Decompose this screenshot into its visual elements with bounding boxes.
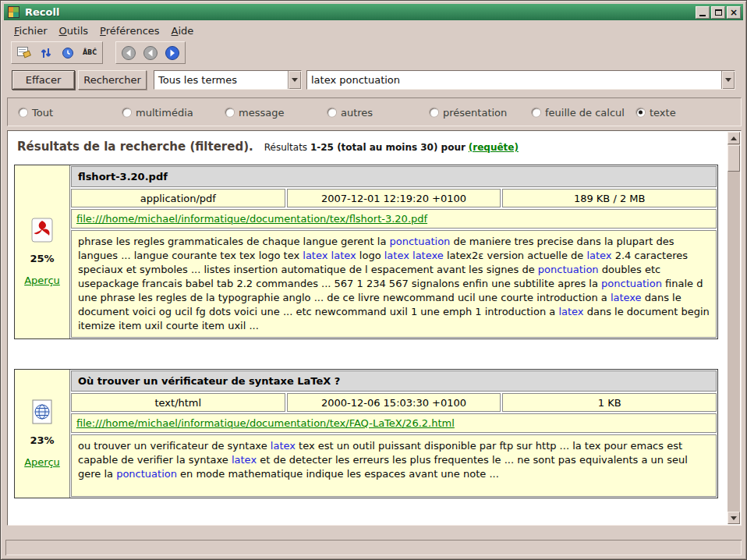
filter-tout[interactable]: Tout: [19, 106, 53, 118]
search-query-input[interactable]: [307, 71, 721, 89]
result-title: Où trouver un vérificateur de syntaxe La…: [71, 370, 717, 392]
sort-by-dates-button[interactable]: [36, 44, 56, 62]
results-heading: Résultats de la recherche (filtered).Rés…: [9, 138, 728, 154]
preview-link[interactable]: Aperçu: [24, 275, 60, 286]
category-filter-bar: Tout multimédia message autres présentat…: [7, 97, 742, 126]
scroll-down-button[interactable]: [728, 512, 740, 524]
results-panel: Résultats de la recherche (filtered).Rés…: [7, 130, 742, 526]
radio-icon: [532, 108, 540, 116]
title-bar[interactable]: Recoll ×: [4, 4, 743, 20]
radio-icon: [225, 108, 234, 116]
search-mode-select[interactable]: Tous les termes: [154, 70, 302, 90]
scroll-up-button[interactable]: [728, 132, 740, 144]
result-url-row: file:///home/michael/informatique/docume…: [71, 209, 717, 229]
highlighted-term: latexe: [611, 292, 642, 303]
toolbar-group-tools: ÂBĈ: [11, 41, 103, 64]
filter-presentation[interactable]: présentation: [430, 106, 507, 118]
result-url-link[interactable]: file:///home/michael/informatique/docume…: [76, 213, 427, 225]
result-item: 25% Aperçu flshort-3.20.pdf application/…: [14, 165, 718, 339]
menu-bar: Fichier Outils Préférences Aide: [4, 22, 743, 39]
close-icon: ×: [730, 8, 738, 17]
filter-autres[interactable]: autres: [327, 106, 373, 118]
maximize-icon: [715, 9, 722, 16]
toolbar: ÂBĈ: [4, 41, 743, 65]
menu-outils[interactable]: Outils: [55, 23, 96, 38]
document-history-button[interactable]: [58, 44, 78, 62]
results-list: Résultats de la recherche (filtered).Rés…: [9, 132, 728, 524]
previous-page-button[interactable]: [140, 44, 161, 62]
status-bar: [5, 540, 742, 555]
term-explorer-icon: ÂBĈ: [83, 49, 97, 56]
filter-message[interactable]: message: [225, 106, 284, 118]
result-body: flshort-3.20.pdf application/pdf 2007-12…: [70, 165, 717, 338]
result-url-link[interactable]: file:///home/michael/informatique/docume…: [76, 417, 455, 429]
next-page-button[interactable]: [162, 44, 182, 62]
clear-search-icon: [17, 47, 31, 59]
radio-icon: [430, 108, 438, 116]
search-mode-value: Tous les termes: [154, 71, 288, 89]
maximize-button[interactable]: [711, 6, 725, 19]
highlighted-term: latex: [586, 250, 611, 261]
radio-icon: [327, 108, 336, 116]
recoll-app-icon: [8, 6, 19, 18]
sort-by-dates-icon: [41, 47, 51, 59]
highlighted-term: latex: [558, 306, 583, 317]
term-explorer-button[interactable]: ÂBĈ: [80, 44, 100, 62]
search-mode-dropdown-button[interactable]: [288, 71, 301, 89]
result-side-panel: 23% Aperçu: [15, 370, 70, 498]
minimize-button[interactable]: [696, 6, 710, 19]
results-summary: Résultats 1-25 (total au moins 30) pour …: [264, 142, 519, 153]
result-size: 189 KB / 2 MB: [502, 189, 717, 207]
html-document-icon: [30, 399, 54, 424]
chevron-down-icon: [292, 78, 298, 82]
first-page-icon: [121, 45, 136, 61]
clear-button[interactable]: Effacer: [12, 70, 75, 90]
abstract-text: ou trouver un verificateur de syntaxe: [78, 440, 271, 452]
relevance-percent: 25%: [30, 253, 54, 264]
down-arrow-icon: [731, 516, 737, 520]
results-scrollbar[interactable]: [728, 132, 740, 524]
menu-aide[interactable]: Aide: [167, 23, 201, 38]
menu-preferences[interactable]: Préférences: [95, 23, 166, 38]
highlighted-term: ponctuation: [538, 264, 599, 275]
history-icon: [62, 47, 74, 59]
previous-page-icon: [143, 45, 158, 61]
result-item: 23% Aperçu Où trouver un vérificateur de…: [14, 369, 718, 498]
relevance-percent: 23%: [30, 434, 54, 446]
up-arrow-icon: [731, 136, 737, 140]
result-title: flshort-3.20.pdf: [71, 166, 717, 187]
close-button[interactable]: ×: [727, 6, 741, 19]
filter-multimedia[interactable]: multimédia: [122, 106, 193, 118]
menu-fichier[interactable]: Fichier: [9, 23, 55, 38]
result-side-panel: 25% Aperçu: [15, 165, 70, 338]
result-meta-row: text/html 2000-12-06 15:03:30 +0100 1 KB: [71, 393, 717, 412]
abstract-text: phrase les regles grammaticales de chaqu…: [78, 236, 390, 247]
query-details-link[interactable]: (requête): [469, 142, 519, 153]
next-page-icon: [165, 45, 180, 61]
highlighted-term: ponctuation: [601, 278, 662, 289]
search-button[interactable]: Rechercher: [78, 70, 147, 90]
query-combo: [306, 70, 735, 90]
filter-feuille-de-calcul[interactable]: feuille de calcul: [532, 106, 625, 118]
query-history-dropdown-button[interactable]: [721, 71, 735, 89]
scrollbar-thumb[interactable]: [728, 145, 740, 172]
result-meta-row: application/pdf 2007-12-01 12:19:20 +010…: [71, 189, 717, 207]
abstract-text: logo: [356, 250, 384, 261]
results-title: Résultats de la recherche (filtered).: [17, 140, 253, 154]
search-bar: Effacer Rechercher Tous les termes: [1, 70, 746, 90]
clear-search-button[interactable]: [14, 44, 34, 62]
result-date: 2000-12-06 15:03:30 +0100: [287, 393, 501, 412]
abstract-text: latex2ε version actuelle de: [444, 250, 587, 261]
radio-icon: [636, 108, 645, 116]
result-mime-type: text/html: [71, 393, 285, 412]
highlighted-term: latex: [271, 440, 296, 452]
filter-texte[interactable]: texte: [636, 106, 676, 118]
first-page-button[interactable]: [119, 44, 139, 62]
pdf-document-icon: [30, 218, 54, 243]
radio-icon: [19, 108, 27, 116]
result-mime-type: application/pdf: [71, 189, 285, 207]
highlighted-term: ponctuation: [390, 236, 451, 247]
abstract-text: en mode mathematique indique les espaces…: [177, 468, 499, 480]
recoll-window: Recoll × Fichier Outils Préférences Aide: [0, 0, 747, 560]
preview-link[interactable]: Aperçu: [24, 456, 60, 468]
